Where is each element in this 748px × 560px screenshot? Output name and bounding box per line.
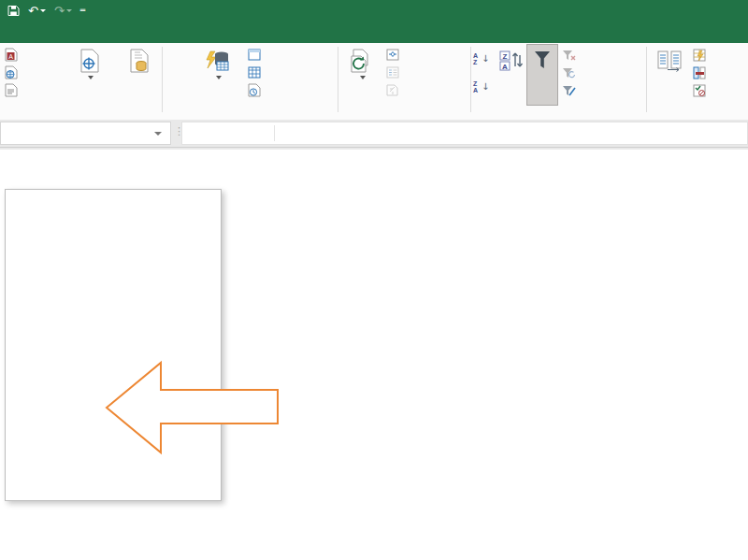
dropdown-caret [88, 76, 94, 79]
sort-button[interactable]: ZA [494, 45, 527, 105]
existing-connections-button[interactable] [116, 45, 161, 105]
connections-button[interactable] [385, 47, 404, 63]
other-sources-icon [79, 47, 99, 75]
from-web-button[interactable] [4, 65, 22, 80]
reapply-icon [561, 65, 576, 80]
edit-links-icon [385, 83, 400, 98]
advanced-filter-icon [561, 83, 576, 98]
dropdown-caret [216, 76, 222, 79]
excel-window: ↶ ↷ ═ A [0, 0, 748, 560]
clear-filter-icon [561, 48, 576, 63]
group-connections [338, 43, 470, 119]
properties-icon [385, 65, 400, 80]
advanced-filter-button[interactable] [561, 82, 580, 98]
flash-fill-icon [692, 48, 707, 63]
flash-fill-button[interactable] [692, 47, 711, 63]
connections-icon [385, 48, 400, 63]
refresh-all-button[interactable] [340, 45, 381, 105]
svg-text:Z: Z [503, 52, 508, 61]
title-bar: ↶ ↷ ═ [0, 0, 748, 22]
down-arrow-icon: ↓ [482, 81, 489, 92]
grid-top-strip [0, 148, 748, 150]
sort-descending-button[interactable]: ZA↓ [473, 79, 489, 94]
svg-text:A: A [8, 53, 13, 60]
data-validation-button[interactable] [692, 82, 711, 98]
new-query-icon [203, 47, 231, 75]
show-queries-button[interactable] [247, 47, 266, 63]
undo-icon[interactable]: ↶ [28, 5, 46, 17]
group-sort-filter: AZ↓ ZA↓ ZA [471, 43, 646, 119]
down-arrow-icon: ↓ [482, 53, 489, 64]
text-to-columns-button[interactable] [649, 45, 690, 105]
recent-sources-icon [247, 83, 262, 98]
data-validation-icon [692, 83, 707, 98]
svg-text:A: A [502, 63, 508, 71]
from-other-sources-button[interactable] [62, 45, 116, 105]
text-to-columns-icon [657, 47, 682, 75]
access-file-icon: A [4, 48, 19, 63]
sort-dialog-icon: ZA [498, 47, 523, 75]
filter-button[interactable] [527, 45, 557, 105]
customize-qat-icon[interactable]: ═ [80, 7, 85, 15]
from-access-button[interactable]: A [4, 47, 22, 63]
from-table-button[interactable] [247, 65, 266, 80]
remove-duplicates-button[interactable] [692, 65, 711, 80]
name-box-caret-icon[interactable] [154, 132, 162, 136]
quick-access-toolbar: ↶ ↷ ═ [7, 2, 85, 20]
globe-file-icon [4, 65, 19, 80]
group-get-external-data: A [0, 43, 162, 119]
edit-links-button[interactable] [385, 82, 404, 98]
text-file-icon [4, 83, 19, 98]
from-text-button[interactable] [4, 82, 22, 98]
from-table-icon [247, 65, 262, 80]
reapply-filter-button[interactable] [561, 65, 580, 80]
ribbon: A [0, 43, 748, 121]
new-query-button[interactable] [191, 45, 243, 105]
autofilter-menu [5, 189, 222, 501]
group-data-tools [647, 43, 748, 119]
clear-filter-button[interactable] [561, 47, 580, 63]
sort-az-icon: AZ [473, 52, 478, 65]
formula-bar: ⋮ [0, 120, 748, 148]
existing-connections-icon [128, 47, 149, 75]
save-icon[interactable] [7, 5, 20, 17]
sort-ascending-button[interactable]: AZ↓ [473, 50, 489, 66]
sort-za-icon: ZA [473, 80, 478, 93]
remove-duplicates-icon [692, 65, 707, 80]
formula-area [181, 122, 748, 145]
dropdown-caret [360, 76, 366, 79]
refresh-icon [350, 47, 372, 75]
show-queries-icon [247, 48, 262, 63]
ribbon-tab-bar [0, 22, 748, 43]
redo-icon[interactable]: ↷ [54, 5, 72, 17]
group-get-and-transform [163, 43, 338, 119]
filter-funnel-icon [533, 47, 552, 75]
properties-button[interactable] [385, 65, 404, 80]
formula-divider [274, 125, 275, 141]
name-box[interactable] [0, 122, 171, 145]
recent-sources-button[interactable] [247, 82, 266, 98]
